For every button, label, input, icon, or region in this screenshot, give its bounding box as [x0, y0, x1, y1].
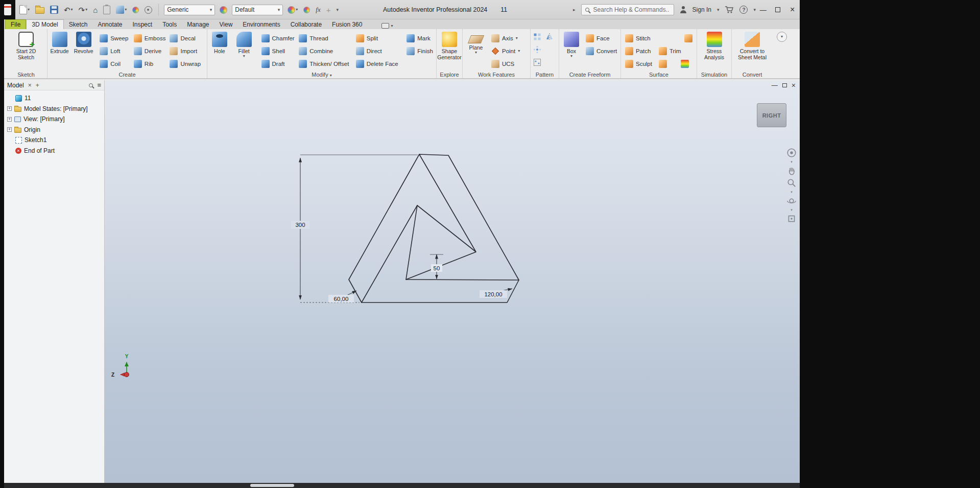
trim-button[interactable]: Trim: [657, 44, 695, 57]
doc-close-button[interactable]: ×: [792, 81, 796, 89]
zoom-icon[interactable]: [786, 178, 797, 188]
chamfer-button[interactable]: Chamfer: [259, 32, 297, 44]
extrude-button[interactable]: Extrude: [47, 30, 71, 70]
derive-button[interactable]: Derive: [132, 44, 168, 57]
rib-button[interactable]: Rib: [132, 57, 168, 70]
plane-button[interactable]: Plane▾: [463, 30, 489, 70]
parameters-button[interactable]: fx: [315, 5, 321, 15]
close-icon[interactable]: ×: [28, 82, 32, 89]
tab-environments[interactable]: Environments: [237, 20, 285, 29]
home-button[interactable]: ⌂: [92, 5, 99, 15]
tree-item-origin[interactable]: + Origin: [6, 125, 104, 135]
tab-file[interactable]: File: [5, 19, 26, 29]
group-label-surface[interactable]: Surface: [621, 72, 697, 78]
fillet-button[interactable]: Fillet▾: [232, 30, 256, 70]
tree-item-root[interactable]: 11: [6, 93, 104, 104]
paste-button[interactable]: [102, 5, 111, 15]
measure-button[interactable]: +: [325, 5, 332, 15]
convert-to-sheet-metal-button[interactable]: Convert to Sheet Metal: [733, 30, 772, 70]
tab-view[interactable]: View: [214, 20, 238, 29]
browser-menu-icon[interactable]: ≡: [97, 81, 101, 89]
group-label-pattern[interactable]: Pattern: [531, 72, 559, 78]
revolve-button[interactable]: Revolve: [71, 30, 95, 70]
axis-button[interactable]: Axis▾: [489, 32, 529, 44]
thicken-offset-button[interactable]: Thicken/ Offset: [297, 57, 354, 70]
tree-item-sketch1[interactable]: Sketch1: [6, 135, 104, 146]
qat-customize-button[interactable]: ▾: [335, 6, 340, 13]
dim-angle-left[interactable]: 60,00: [334, 296, 349, 302]
group-label-create[interactable]: Create: [47, 72, 207, 78]
orbit-icon[interactable]: [786, 196, 797, 206]
expand-plus-icon[interactable]: +: [7, 117, 12, 122]
import-button[interactable]: Import: [168, 44, 207, 57]
draft-button[interactable]: Draft: [259, 57, 297, 70]
sketch-canvas[interactable]: 300 50 60,00 120,00 Y Z: [105, 80, 800, 483]
sign-in-button[interactable]: Sign In: [692, 6, 711, 13]
tree-item-model-states[interactable]: + Model States: [Primary]: [6, 104, 104, 114]
help-button[interactable]: ?: [739, 6, 748, 14]
pan-hand-icon[interactable]: [786, 166, 797, 176]
select-button[interactable]: [144, 5, 153, 15]
tab-sketch[interactable]: Sketch: [64, 20, 93, 29]
group-label-create-freeform[interactable]: Create Freeform: [559, 72, 620, 78]
tab-annotate[interactable]: Annotate: [92, 20, 127, 29]
mark-button[interactable]: Mark: [404, 32, 436, 44]
open-button[interactable]: [34, 5, 45, 15]
app-logo-button[interactable]: [0, 0, 15, 19]
coil-button[interactable]: Coil: [98, 57, 132, 70]
ribbon-options-button[interactable]: ▾: [777, 32, 787, 42]
freeform-face-button[interactable]: Face: [584, 32, 619, 44]
dim-angle-right[interactable]: 120,00: [484, 291, 502, 297]
thread-button[interactable]: Thread: [297, 32, 354, 44]
patch-button[interactable]: Patch: [623, 44, 657, 57]
group-label-convert[interactable]: Convert: [732, 72, 773, 78]
split-button[interactable]: Split: [354, 32, 405, 44]
unwrap-button[interactable]: Unwrap: [168, 57, 207, 70]
expand-plus-icon[interactable]: +: [7, 127, 12, 132]
hole-button[interactable]: Hole: [207, 30, 232, 70]
rectangular-pattern-button[interactable]: [533, 33, 541, 41]
group-label-sketch[interactable]: Sketch: [5, 72, 47, 78]
chevron-down-icon[interactable]: ▾: [717, 7, 720, 12]
adjust-appearance-button[interactable]: ▾: [286, 5, 299, 15]
clear-appearance-button[interactable]: [302, 6, 311, 14]
surface-extra-buttons[interactable]: [657, 57, 695, 70]
combine-button[interactable]: Combine: [297, 44, 354, 57]
group-label-explore[interactable]: Explore: [437, 72, 462, 78]
chevron-down-icon[interactable]: ▾: [791, 160, 793, 164]
sculpt-button[interactable]: Sculpt: [623, 57, 657, 70]
look-at-icon[interactable]: [786, 214, 797, 224]
tab-manage[interactable]: Manage: [182, 20, 214, 29]
tab-3d-model[interactable]: 3D Model: [26, 19, 63, 29]
tree-item-end-of-part[interactable]: End of Part: [6, 146, 104, 156]
store-cart-icon[interactable]: [725, 6, 734, 14]
shape-generator-button[interactable]: Shape Generator: [437, 30, 462, 70]
viewport[interactable]: 300 50 60,00 120,00 Y Z RIGH: [105, 80, 800, 483]
redo-button[interactable]: ↷▾: [78, 5, 89, 15]
dim-bar-width[interactable]: 50: [434, 265, 440, 271]
finish-button[interactable]: Finish: [404, 44, 436, 57]
group-label-simulation[interactable]: Simulation: [697, 72, 731, 78]
direct-button[interactable]: Direct: [354, 44, 405, 57]
circular-pattern-button[interactable]: [533, 45, 541, 54]
tab-fusion-360[interactable]: Fusion 360: [327, 20, 367, 29]
mirror-button[interactable]: [545, 33, 554, 41]
shell-button[interactable]: Shell: [259, 44, 297, 57]
tab-inspect[interactable]: Inspect: [127, 20, 157, 29]
sketch-dimensions[interactable]: 300 50 60,00 120,00: [291, 155, 512, 303]
close-button[interactable]: ×: [787, 5, 798, 14]
chevron-right-icon[interactable]: ▸: [573, 7, 576, 12]
freeform-box-button[interactable]: Box▾: [559, 30, 584, 70]
penrose-triangle-sketch[interactable]: [349, 154, 519, 303]
emboss-button[interactable]: Emboss: [132, 32, 168, 44]
browser-search-icon[interactable]: [89, 83, 93, 87]
group-label-work-features[interactable]: Work Features: [463, 72, 530, 78]
material-select[interactable]: Generic▾: [164, 5, 215, 15]
ribbon-display-button[interactable]: ▾: [379, 22, 395, 29]
doc-minimize-button[interactable]: —: [772, 82, 778, 89]
material-sphere-button[interactable]: [219, 5, 228, 15]
search-input[interactable]: [592, 6, 670, 14]
save-button[interactable]: [49, 5, 59, 15]
sketch-driven-pattern-button[interactable]: [533, 58, 541, 66]
full-navigation-wheel-icon[interactable]: [786, 148, 797, 158]
